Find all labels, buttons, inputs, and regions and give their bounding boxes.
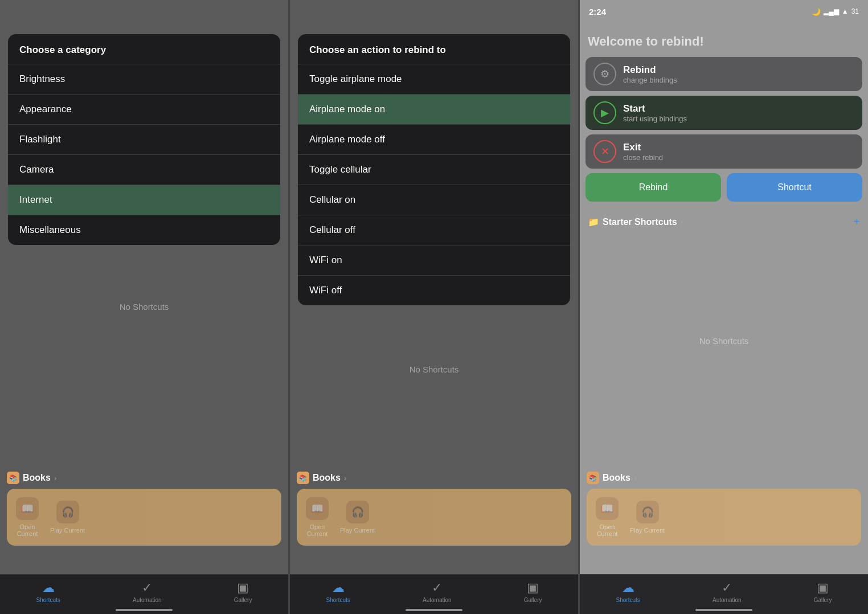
books-title-1: Books [23, 473, 51, 483]
status-bar-3: 2:24 🌙 ▂▄▆ ▲ 31 [580, 0, 868, 21]
shortcut-buttons-3: Rebind Shortcut [586, 173, 862, 202]
books-card-3: 📖 OpenCurrent 🎧 Play Current [587, 489, 861, 546]
books-section-1: 📚 Books › 📖 OpenCurrent 🎧 Play Current [7, 472, 281, 546]
starter-shortcuts-title-3: Starter Shortcuts [603, 217, 677, 227]
starter-shortcuts-plus-3[interactable]: + [853, 215, 860, 228]
books-chevron-1: › [54, 474, 56, 482]
tab-shortcuts-1[interactable]: ☁ Shortcuts [36, 580, 60, 603]
books-btn-play-3[interactable]: 🎧 Play Current [630, 501, 665, 534]
books-btn-open-label-2: OpenCurrent [307, 523, 328, 537]
books-btn-open-1[interactable]: 📖 OpenCurrent [16, 497, 39, 537]
shortcuts-tab-icon-1: ☁ [42, 580, 55, 595]
dropdown-header-text-2: Choose an action to rebind to [309, 44, 446, 55]
books-btn-play-label-2: Play Current [340, 527, 375, 534]
dropdown-cellular-on[interactable]: Cellular on [298, 185, 570, 215]
starter-shortcuts-header-3: 📁 Starter Shortcuts › + [586, 213, 862, 231]
category-dropdown-1[interactable]: Choose a category Brightness Appearance … [8, 34, 280, 245]
tab-gallery-2[interactable]: ▣ Gallery [524, 580, 542, 603]
automation-tab-label-1: Automation [133, 597, 162, 603]
action-dropdown-2[interactable]: Choose an action to rebind to Toggle air… [298, 34, 570, 305]
dropdown-item-appearance[interactable]: Appearance [8, 95, 280, 125]
shortcuts-tab-label-3: Shortcuts [616, 597, 640, 603]
gallery-tab-icon-3: ▣ [817, 580, 829, 595]
shortcuts-tab-label-1: Shortcuts [36, 597, 60, 603]
books-header-3: 📚 Books › [587, 472, 861, 484]
books-btn-play-1[interactable]: 🎧 Play Current [50, 501, 85, 534]
books-btn-open-label-1: OpenCurrent [17, 523, 38, 537]
tab-shortcuts-2[interactable]: ☁ Shortcuts [326, 580, 350, 603]
tab-shortcuts-3[interactable]: ☁ Shortcuts [616, 580, 640, 603]
no-shortcuts-3: No Shortcuts [580, 336, 868, 346]
dropdown-item-internet[interactable]: Internet [8, 185, 280, 215]
rebind-item-exit[interactable]: ✕ Exit close rebind [586, 134, 862, 169]
books-btn-play-2[interactable]: 🎧 Play Current [340, 501, 375, 534]
rebind-text-start: Start start using bindings [623, 103, 687, 123]
rebind-item-subtitle-start: start using bindings [623, 114, 687, 123]
dropdown-toggle-airplane[interactable]: Toggle airplane mode [298, 64, 570, 95]
books-btn-play-label-3: Play Current [630, 527, 665, 534]
books-icon-3: 📚 [587, 472, 599, 484]
dropdown-airplane-off[interactable]: Airplane mode off [298, 125, 570, 155]
books-btn-open-3[interactable]: 📖 OpenCurrent [596, 497, 619, 537]
books-icon-1: 📚 [7, 472, 19, 484]
books-card-2: 📖 OpenCurrent 🎧 Play Current [297, 489, 571, 546]
rebind-text-exit: Exit close rebind [623, 142, 663, 162]
no-shortcuts-2: No Shortcuts [290, 365, 578, 374]
books-title-2: Books [313, 473, 341, 483]
tab-bar-3: ☁ Shortcuts ✓ Automation ▣ Gallery [580, 574, 868, 614]
rebind-item-title-exit: Exit [623, 142, 663, 153]
dropdown-item-misc[interactable]: Miscellaneous [8, 215, 280, 245]
battery-icon-3: 31 [851, 7, 859, 15]
headphone-icon-1: 🎧 [56, 501, 79, 523]
dropdown-cellular-off[interactable]: Cellular off [298, 215, 570, 245]
rebind-item-subtitle-rebind: change bindings [623, 76, 677, 84]
automation-tab-icon-3: ✓ [722, 580, 732, 595]
books-header-2: 📚 Books › [297, 472, 571, 484]
books-card-1: 📖 OpenCurrent 🎧 Play Current [7, 489, 281, 546]
automation-tab-label-3: Automation [713, 597, 742, 603]
starter-shortcuts-left-3: 📁 Starter Shortcuts › [588, 216, 683, 227]
tab-bar-2: ☁ Shortcuts ✓ Automation ▣ Gallery [290, 574, 578, 614]
dropdown-item-flashlight[interactable]: Flashlight [8, 125, 280, 155]
rebind-item-title-start: Start [623, 103, 687, 114]
automation-tab-label-2: Automation [423, 597, 452, 603]
gallery-tab-icon-2: ▣ [527, 580, 539, 595]
dropdown-toggle-cellular[interactable]: Toggle cellular [298, 155, 570, 185]
dropdown-item-camera[interactable]: Camera [8, 155, 280, 185]
books-chevron-3: › [634, 474, 636, 482]
tab-gallery-3[interactable]: ▣ Gallery [814, 580, 832, 603]
books-btn-open-label-3: OpenCurrent [597, 523, 618, 537]
signal-icon-3: ▂▄▆ [824, 7, 839, 15]
books-section-2: 📚 Books › 📖 OpenCurrent 🎧 Play Current [297, 472, 571, 546]
dropdown-wifi-on[interactable]: WiFi on [298, 245, 570, 276]
folder-icon-3: 📁 [588, 216, 599, 227]
tab-automation-1[interactable]: ✓ Automation [133, 580, 162, 603]
gallery-tab-label-2: Gallery [524, 597, 542, 603]
rebind-item-start[interactable]: ▶ Start start using bindings [586, 96, 862, 130]
exit-x-icon: ✕ [593, 140, 616, 163]
starter-shortcuts-chevron-3: › [681, 218, 683, 226]
dropdown-item-brightness[interactable]: Brightness [8, 64, 280, 95]
automation-tab-icon-2: ✓ [432, 580, 442, 595]
tab-automation-3[interactable]: ✓ Automation [713, 580, 742, 603]
tab-automation-2[interactable]: ✓ Automation [423, 580, 452, 603]
gallery-tab-label-1: Gallery [234, 597, 252, 603]
books-btn-open-2[interactable]: 📖 OpenCurrent [306, 497, 329, 537]
tab-gallery-1[interactable]: ▣ Gallery [234, 580, 252, 603]
welcome-title-3: Welcome to rebind! [586, 34, 862, 49]
books-title-3: Books [603, 473, 630, 483]
books-chevron-2: › [344, 474, 346, 482]
moon-icon-3: 🌙 [812, 7, 821, 16]
rebind-shortcut-btn[interactable]: Rebind [586, 173, 721, 202]
shortcuts-tab-label-2: Shortcuts [326, 597, 350, 603]
books-header-1: 📚 Books › [7, 472, 281, 484]
rebind-item-rebind[interactable]: ⚙ Rebind change bindings [586, 57, 862, 91]
phone-panel-2: 2:26 🌙 ▂▄▆ ▲ 30 Choose an action to rebi… [290, 0, 578, 614]
gallery-tab-label-3: Gallery [814, 597, 832, 603]
gallery-tab-icon-1: ▣ [237, 580, 249, 595]
rebind-item-subtitle-exit: close rebind [623, 153, 663, 162]
dropdown-header-1: Choose a category [8, 34, 280, 64]
screenshot-shortcut-btn[interactable]: Shortcut [727, 173, 862, 202]
dropdown-airplane-on[interactable]: Airplane mode on [298, 95, 570, 125]
dropdown-wifi-off[interactable]: WiFi off [298, 276, 570, 305]
